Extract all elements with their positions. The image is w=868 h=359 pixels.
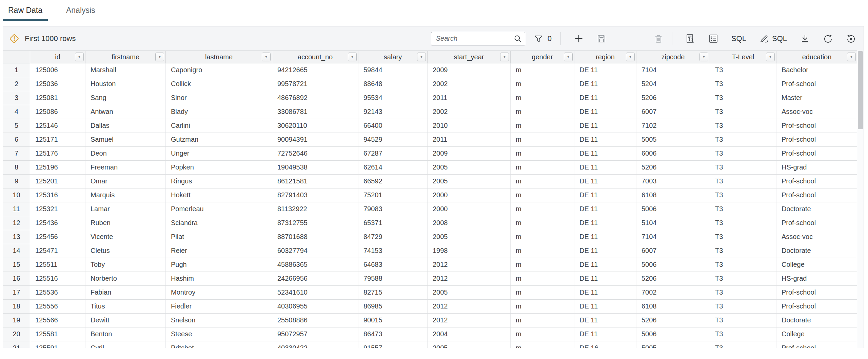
cell-id[interactable]: 125516: [30, 272, 85, 285]
cell-salary[interactable]: 74153: [358, 244, 428, 258]
column-filter-button[interactable]: ▼: [417, 53, 426, 61]
column-filter-button[interactable]: ▼: [500, 53, 509, 61]
cell-id[interactable]: 125036: [30, 77, 85, 91]
cell-gender[interactable]: m: [511, 244, 574, 258]
tab-raw-data[interactable]: Raw Data: [8, 0, 42, 21]
reset-button[interactable]: [846, 34, 856, 44]
cell-salary[interactable]: 86473: [358, 327, 428, 341]
cell-start_year[interactable]: 2005: [428, 230, 511, 244]
cell-account_no[interactable]: 40330422: [272, 341, 358, 348]
cell-zipcode[interactable]: 5006: [636, 202, 710, 216]
cell-firstname[interactable]: Antwan: [85, 105, 166, 119]
row-number-cell[interactable]: 8: [3, 161, 30, 174]
cell-firstname[interactable]: Dallas: [85, 119, 166, 133]
cell-region[interactable]: DE 11: [574, 230, 636, 244]
cell-start_year[interactable]: 2000: [428, 202, 511, 216]
column-header-gender[interactable]: gender▼: [511, 51, 574, 63]
cell-lastname[interactable]: Sinor: [166, 91, 272, 105]
cell-lastname[interactable]: Montroy: [166, 286, 272, 299]
cell-id[interactable]: 125196: [30, 161, 85, 174]
cell-id[interactable]: 125581: [30, 327, 85, 341]
cell-start_year[interactable]: 2011: [428, 91, 511, 105]
cell-education[interactable]: HS-grad: [776, 272, 857, 285]
cell-lastname[interactable]: Hokett: [166, 188, 272, 202]
cell-start_year[interactable]: 2004: [428, 327, 511, 341]
cell-firstname[interactable]: Houston: [85, 77, 166, 91]
cell-gender[interactable]: m: [511, 119, 574, 133]
cell-region[interactable]: DE 11: [574, 175, 636, 188]
cell-account_no[interactable]: 90094391: [272, 133, 358, 146]
cell-T-Level[interactable]: T3: [710, 77, 776, 91]
row-number-cell[interactable]: 6: [3, 133, 30, 146]
cell-region[interactable]: DE 11: [574, 133, 636, 146]
cell-salary[interactable]: 95534: [358, 91, 428, 105]
cell-salary[interactable]: 90015: [358, 314, 428, 327]
cell-firstname[interactable]: Marshall: [85, 63, 166, 77]
cell-lastname[interactable]: Unger: [166, 147, 272, 160]
cell-account_no[interactable]: 99578721: [272, 77, 358, 91]
cell-region[interactable]: DE 11: [574, 91, 636, 105]
cell-lastname[interactable]: Pritchet: [166, 341, 272, 348]
cell-region[interactable]: DE 11: [574, 105, 636, 119]
cell-start_year[interactable]: 2012: [428, 314, 511, 327]
cell-education[interactable]: Assoc-voc: [776, 230, 857, 244]
row-number-cell[interactable]: 17: [3, 286, 30, 299]
cell-zipcode[interactable]: 6006: [636, 147, 710, 160]
cell-account_no[interactable]: 19049538: [272, 161, 358, 174]
cell-education[interactable]: Prof-school: [776, 286, 857, 299]
cell-start_year[interactable]: 2005: [428, 286, 511, 299]
cell-zipcode[interactable]: 5204: [636, 77, 710, 91]
cell-firstname[interactable]: Samuel: [85, 133, 166, 146]
cell-account_no[interactable]: 48676892: [272, 91, 358, 105]
cell-firstname[interactable]: Dewitt: [85, 314, 166, 327]
row-number-cell[interactable]: 13: [3, 230, 30, 244]
cell-account_no[interactable]: 40306955: [272, 300, 358, 313]
cell-T-Level[interactable]: T3: [710, 105, 776, 119]
cell-lastname[interactable]: Snelson: [166, 314, 272, 327]
row-number-cell[interactable]: 1: [3, 63, 30, 77]
cell-education[interactable]: Prof-school: [776, 341, 857, 348]
cell-id[interactable]: 125456: [30, 230, 85, 244]
column-filter-button[interactable]: ▼: [564, 53, 573, 61]
cell-T-Level[interactable]: T3: [710, 327, 776, 341]
cell-education[interactable]: College: [776, 258, 857, 272]
cell-gender[interactable]: m: [511, 188, 574, 202]
cell-salary[interactable]: 86985: [358, 300, 428, 313]
cell-start_year[interactable]: 2005: [428, 175, 511, 188]
cell-zipcode[interactable]: 5206: [636, 91, 710, 105]
cell-gender[interactable]: m: [511, 202, 574, 216]
column-header-start_year[interactable]: start_year▼: [428, 51, 511, 63]
cell-education[interactable]: Prof-school: [776, 300, 857, 313]
cell-gender[interactable]: m: [511, 230, 574, 244]
cell-zipcode[interactable]: 5005: [636, 341, 710, 348]
row-number-cell[interactable]: 19: [3, 314, 30, 327]
cell-gender[interactable]: m: [511, 105, 574, 119]
cell-zipcode[interactable]: 5206: [636, 272, 710, 285]
cell-salary[interactable]: 79588: [358, 272, 428, 285]
cell-lastname[interactable]: Reier: [166, 244, 272, 258]
cell-education[interactable]: Prof-school: [776, 216, 857, 230]
row-number-cell[interactable]: 5: [3, 119, 30, 133]
cell-firstname[interactable]: Cyril: [85, 341, 166, 348]
cell-gender[interactable]: m: [511, 286, 574, 299]
cell-firstname[interactable]: Toby: [85, 258, 166, 272]
view-definition-button[interactable]: [685, 34, 695, 44]
cell-lastname[interactable]: Caponigro: [166, 63, 272, 77]
cell-start_year[interactable]: 2002: [428, 105, 511, 119]
cell-gender[interactable]: m: [511, 175, 574, 188]
column-filter-button[interactable]: ▼: [626, 53, 635, 61]
cell-gender[interactable]: m: [511, 341, 574, 348]
cell-lastname[interactable]: Steese: [166, 327, 272, 341]
cell-region[interactable]: DE 11: [574, 286, 636, 299]
cell-salary[interactable]: 82715: [358, 286, 428, 299]
cell-lastname[interactable]: Blady: [166, 105, 272, 119]
cell-T-Level[interactable]: T3: [710, 272, 776, 285]
cell-region[interactable]: DE 11: [574, 147, 636, 160]
cell-T-Level[interactable]: T3: [710, 133, 776, 146]
column-filter-button[interactable]: ▼: [155, 53, 164, 61]
cell-id[interactable]: 125201: [30, 175, 85, 188]
row-number-cell[interactable]: 3: [3, 91, 30, 105]
filter-button[interactable]: 0: [533, 34, 552, 44]
cell-gender[interactable]: m: [511, 327, 574, 341]
row-number-cell[interactable]: 12: [3, 216, 30, 230]
